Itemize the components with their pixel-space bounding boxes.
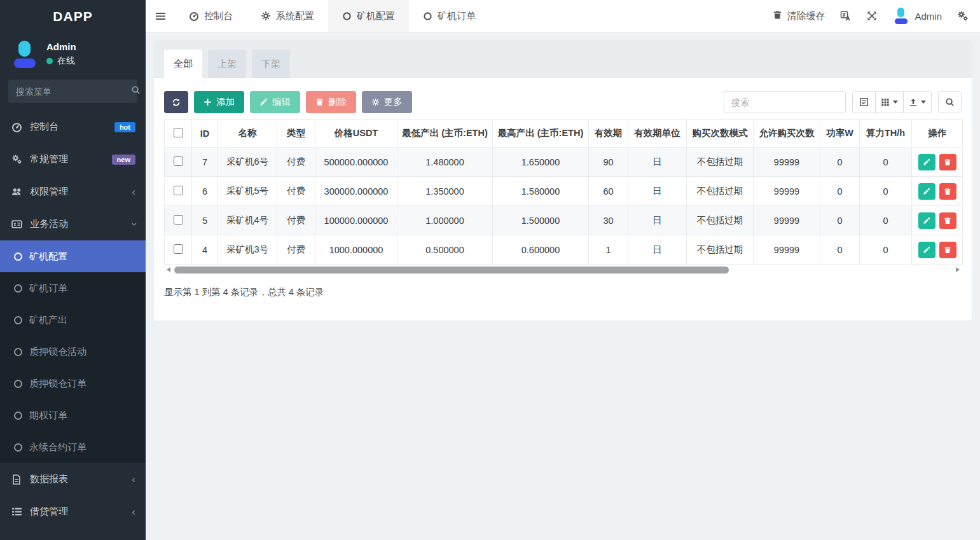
delete-button[interactable]: 删除 [306,91,356,113]
tab-all[interactable]: 全部 [164,50,202,78]
sidebar-item-permissions[interactable]: 权限管理 ‹ [0,176,146,208]
sidebar-subitem-option-orders[interactable]: 期权订单 [0,399,146,431]
row-delete-button[interactable] [939,212,956,229]
sidebar-item-general[interactable]: 常规管理 new [0,143,146,176]
cell-min-output: 0.500000 [397,235,493,265]
export-button[interactable] [904,91,932,113]
sidebar-subitem-staking-orders[interactable]: 质押锁仓订单 [0,368,146,399]
gear-icon [261,11,271,21]
cell-power: 0 [820,206,860,235]
cell-hashrate: 0 [860,148,912,177]
cell-name: 采矿机5号 [218,177,277,206]
refresh-button[interactable] [164,91,188,113]
select-all-checkbox[interactable] [174,128,183,137]
row-delete-button[interactable] [939,183,956,200]
nav-tab-miner-orders[interactable]: 矿机订单 [409,0,490,32]
row-checkbox[interactable] [174,186,183,195]
add-button[interactable]: 添加 [194,91,244,113]
sidebar-subitem-miner-output[interactable]: 矿机产出 [0,304,146,336]
navbar-user-name: Admin [914,11,942,22]
trash-icon [773,10,782,22]
user-status-label: 在线 [57,55,75,67]
fullscreen-button[interactable] [867,11,877,21]
dashboard-icon [189,11,199,21]
sidebar-item-reports[interactable]: 数据报表 ‹ [0,463,146,495]
edit-button[interactable]: 编辑 [250,91,300,113]
row-edit-button[interactable] [918,242,935,258]
pencil-icon [923,217,930,225]
tab-off-shelf[interactable]: 下架 [252,50,290,78]
pencil-icon [923,158,930,166]
menu-search-input[interactable] [16,87,131,97]
nav-tab-label: 控制台 [204,10,233,22]
chevron-left-icon: ‹ [132,474,135,485]
detail-view-icon [859,97,869,107]
chevron-left-icon: ‹ [132,506,135,517]
table-toolbar: 添加 编辑 删除 更多 [164,91,962,113]
col-max-output: 最高产出 (主币:ETH) [493,120,589,148]
scroll-left-arrow-icon[interactable] [167,267,170,272]
horizontal-scrollbar[interactable] [164,266,962,273]
online-dot-icon [46,58,53,64]
sidebar-subitem-perpetual-orders[interactable]: 永续合约订单 [0,431,146,463]
table-search-input[interactable] [724,91,846,113]
cell-min-output: 1.000000 [397,206,493,235]
dashboard-icon [10,121,23,132]
more-button[interactable]: 更多 [362,91,412,113]
edit-button-label: 编辑 [272,96,291,108]
table-row: 7 采矿机6号 付费 500000.000000 1.480000 1.6500… [165,148,963,177]
sidebar-item-business[interactable]: 业务活动 ‹ [0,208,146,240]
cell-max-output: 1.500000 [493,206,589,235]
col-id: ID [192,120,218,148]
cell-period: 60 [589,177,628,206]
cell-buy-mode: 不包括过期 [687,235,754,265]
nav-tab-miner-config[interactable]: 矿机配置 [328,0,409,32]
col-hashrate: 算力TH/h [860,120,912,148]
search-button[interactable] [938,91,962,113]
row-edit-button[interactable] [918,154,935,170]
pencil-icon [923,246,930,254]
circle-icon [14,284,22,293]
sidebar-subitem-miner-config[interactable]: 矿机配置 [0,240,146,272]
row-select-cell [165,206,192,235]
cell-price: 500000.000000 [315,148,397,177]
user-menu[interactable]: Admin [892,8,942,24]
nav-tab-system-config[interactable]: 系统配置 [247,0,328,32]
cell-id: 5 [192,206,218,235]
scrollbar-thumb[interactable] [174,267,729,273]
sidebar-item-console[interactable]: 控制台 hot [0,111,146,143]
sidebar-subitem-label: 质押锁仓活动 [29,346,86,358]
row-delete-button[interactable] [939,154,956,170]
circle-icon [342,11,352,21]
sidebar-subitem-staking-activity[interactable]: 质押锁仓活动 [0,336,146,368]
cell-actions [912,206,963,235]
sidebar-subitem-label: 质押锁仓订单 [29,378,86,390]
sidebar-item-label: 数据报表 [30,473,68,485]
sidebar-item-lending[interactable]: 借贷管理 ‹ [0,495,146,528]
circle-icon [14,443,22,452]
sidebar-subitem-label: 期权订单 [29,410,67,422]
translate-button[interactable] [840,10,852,22]
cell-max-output: 0.600000 [493,235,589,265]
avatar [10,40,38,68]
row-delete-button[interactable] [939,242,956,258]
row-edit-button[interactable] [918,212,935,229]
clear-cache-button[interactable]: 清除缓存 [773,10,825,22]
row-checkbox[interactable] [174,156,183,166]
sidebar-subitem-miner-orders[interactable]: 矿机订单 [0,272,146,304]
detail-view-button[interactable] [852,91,876,113]
menu-toggle-button[interactable] [146,0,175,32]
row-edit-button[interactable] [918,183,935,200]
columns-button[interactable] [876,91,904,113]
settings-button[interactable] [957,10,969,22]
hot-badge: hot [114,122,135,132]
trash-icon [315,98,324,106]
row-checkbox[interactable] [174,244,183,254]
row-checkbox[interactable] [174,215,183,225]
scroll-right-arrow-icon[interactable] [956,267,960,272]
cogs-icon [10,154,23,165]
tab-on-shelf[interactable]: 上架 [208,50,246,78]
card-body: 添加 编辑 删除 更多 [154,78,972,308]
nav-tab-console[interactable]: 控制台 [175,0,247,32]
avatar [892,8,909,24]
